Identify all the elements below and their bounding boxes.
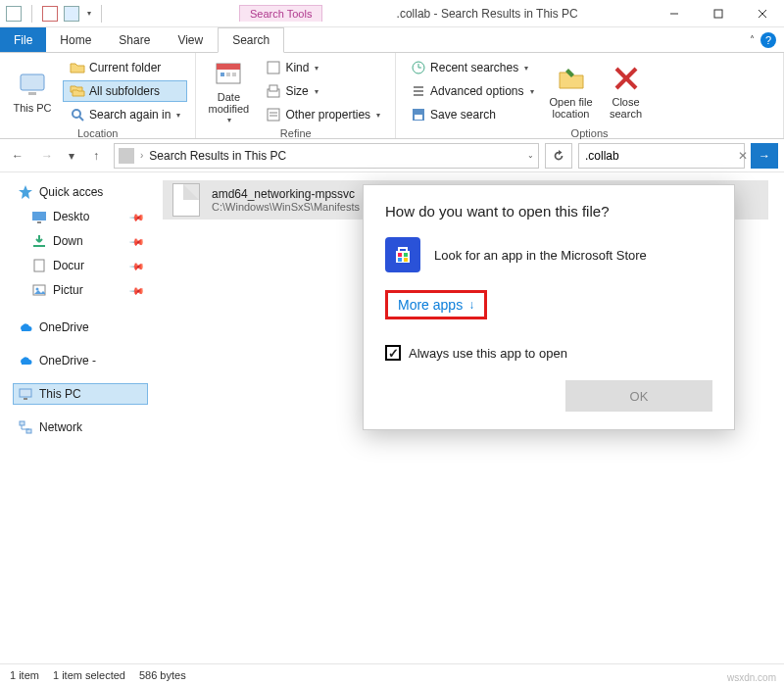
close-button[interactable]	[740, 0, 784, 27]
close-x-icon	[611, 63, 642, 94]
cloud-icon	[18, 319, 33, 335]
date-modified-button[interactable]: Date modified▾	[204, 57, 253, 125]
store-option[interactable]: Look for an app in the Microsoft Store	[385, 237, 712, 272]
watermark: wsxdn.com	[727, 672, 776, 683]
current-folder-button[interactable]: Current folder	[63, 57, 187, 78]
maximize-button[interactable]	[696, 0, 740, 27]
svg-marker-29	[19, 185, 32, 199]
svg-point-35	[36, 288, 39, 291]
group-refine-label: Refine	[204, 125, 387, 141]
sidebar-network[interactable]: Network	[14, 417, 147, 437]
result-file-name: amd64_networking-mpssvc	[212, 187, 360, 201]
save-search-button[interactable]: Save search	[404, 104, 540, 125]
size-button[interactable]: Size▾	[259, 80, 387, 102]
help-icon[interactable]: ?	[760, 32, 776, 48]
more-apps-link[interactable]: More apps	[398, 297, 463, 313]
folder-icon	[70, 60, 85, 75]
this-pc-label: This PC	[13, 102, 51, 114]
properties-icon	[266, 107, 281, 122]
monitor-icon	[17, 69, 48, 100]
forward-button[interactable]: →	[35, 144, 59, 168]
dialog-title: How do you want to open this file?	[385, 203, 712, 220]
svg-rect-40	[398, 253, 402, 257]
open-file-location-button[interactable]: Open file location	[547, 57, 596, 125]
advanced-options-button[interactable]: Advanced options▾	[404, 80, 540, 102]
svg-rect-33	[34, 260, 44, 271]
tab-share[interactable]: Share	[105, 27, 164, 52]
sidebar-desktop[interactable]: Deskto📌	[14, 207, 147, 226]
kind-icon	[266, 60, 281, 75]
tab-view[interactable]: View	[164, 27, 217, 52]
status-item-count: 1 item	[10, 669, 39, 681]
status-bar: 1 item 1 item selected 586 bytes	[0, 663, 784, 685]
svg-rect-12	[232, 73, 236, 76]
up-button[interactable]: ↑	[84, 144, 108, 168]
collapse-ribbon-icon[interactable]: ˄	[750, 34, 755, 45]
sidebar-pictures[interactable]: Pictur📌	[14, 280, 147, 300]
qat-icon-3[interactable]	[64, 6, 79, 22]
svg-rect-10	[220, 73, 224, 76]
sidebar-quick-access[interactable]: Quick acces	[14, 182, 147, 202]
result-file-path: C:\Windows\WinSxS\Manifests	[212, 201, 360, 213]
size-icon	[266, 83, 281, 99]
qat-icon-1[interactable]	[6, 6, 22, 22]
sidebar-onedrive-2[interactable]: OneDrive -	[14, 351, 147, 370]
location-icon	[119, 148, 134, 164]
recent-locations-button[interactable]: ▾	[65, 144, 78, 168]
this-pc-button[interactable]: This PC	[8, 57, 57, 125]
kind-button[interactable]: Kind▾	[259, 57, 387, 78]
group-location-label: Location	[8, 125, 187, 141]
svg-rect-41	[404, 253, 408, 257]
sidebar-downloads[interactable]: Down📌	[14, 231, 147, 251]
address-text: Search Results in This PC	[149, 149, 286, 163]
qat-dropdown[interactable]: ▾	[87, 9, 91, 18]
pin-icon: 📌	[129, 282, 145, 298]
search-box[interactable]: ✕	[578, 143, 745, 169]
qat-icon-2[interactable]	[42, 6, 58, 22]
ok-button[interactable]: OK	[565, 380, 712, 412]
search-go-button[interactable]: →	[751, 143, 778, 169]
svg-rect-16	[268, 109, 279, 121]
svg-point-6	[73, 110, 80, 118]
sidebar-this-pc[interactable]: This PC	[14, 384, 147, 404]
clear-search-icon[interactable]: ✕	[738, 149, 748, 163]
ribbon-tabs: File Home Share View Search ˄ ?	[0, 27, 784, 53]
search-input[interactable]	[583, 148, 734, 164]
quick-access-toolbar: ▾	[0, 5, 112, 23]
group-options: Recent searches▾ Advanced options▾ Save …	[396, 53, 784, 138]
recent-searches-button[interactable]: Recent searches▾	[404, 57, 540, 78]
search-again-in-button[interactable]: Search again in▾	[63, 104, 187, 125]
back-button[interactable]: ←	[6, 144, 29, 168]
always-use-row[interactable]: ✓ Always use this app to open	[385, 345, 712, 361]
address-dropdown[interactable]: ⌄	[527, 151, 534, 160]
pictures-icon	[31, 282, 47, 298]
recent-searches-label: Recent searches	[430, 61, 518, 74]
file-icon	[172, 183, 200, 217]
always-use-checkbox[interactable]: ✓	[385, 345, 401, 361]
svg-rect-9	[217, 64, 240, 70]
sidebar-onedrive[interactable]: OneDrive	[14, 318, 147, 337]
tab-home[interactable]: Home	[46, 27, 105, 52]
address-bar[interactable]: › Search Results in This PC ⌄	[114, 143, 539, 169]
date-modified-label: Date modified	[204, 91, 253, 115]
all-subfolders-label: All subfolders	[89, 84, 160, 98]
sidebar-label: Docur	[53, 259, 84, 272]
svg-rect-36	[20, 389, 31, 397]
refresh-button[interactable]	[545, 143, 572, 169]
svg-rect-11	[226, 73, 230, 76]
svg-rect-31	[37, 221, 41, 223]
tab-search[interactable]: Search	[218, 27, 284, 53]
monitor-icon	[18, 386, 33, 402]
all-subfolders-button[interactable]: All subfolders	[63, 80, 187, 102]
tab-file[interactable]: File	[0, 27, 46, 52]
cloud-icon	[18, 353, 33, 368]
other-properties-button[interactable]: Other properties▾	[259, 104, 387, 125]
always-use-label: Always use this app to open	[409, 346, 567, 361]
close-search-button[interactable]: Close search	[602, 57, 651, 125]
sidebar-documents[interactable]: Docur📌	[14, 256, 147, 275]
contextual-tab-header: Search Tools	[239, 5, 322, 22]
svg-rect-37	[24, 398, 27, 400]
minimize-button[interactable]	[652, 0, 696, 27]
search-folder-icon	[70, 107, 85, 122]
download-icon	[31, 233, 47, 249]
